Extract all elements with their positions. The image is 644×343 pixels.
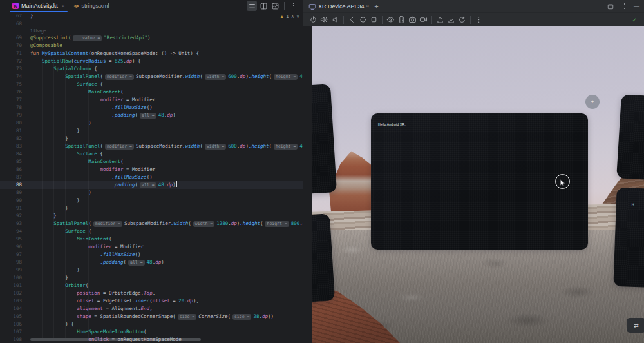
eye-button[interactable] [385,14,396,25]
code-line[interactable]: 80 ) [0,119,303,127]
divider [284,2,285,10]
spatial-panel-left-top[interactable] [312,84,337,194]
code-line[interactable]: 106 ) { [0,320,303,328]
code-line[interactable]: 73 SpatialColumn { [0,65,303,73]
emulator-display[interactable]: Hello Android XR. H + ⇄ [312,26,644,343]
code-line[interactable]: 82 } [0,135,303,142]
code-line[interactable]: 75 Surface { [0,81,303,88]
code-line[interactable]: 86 modifier = Modifier [0,166,303,173]
line-number: 98 [0,259,30,266]
divider [431,16,432,24]
code-line[interactable]: 88 .padding(all =48.dp) [0,181,303,189]
home-button[interactable] [357,14,368,25]
code-line[interactable]: 78 .fillMaxSize() [0,104,303,112]
inlay-hint: ...value = [73,35,102,41]
spatial-panel-right-bottom[interactable]: H [613,188,644,288]
code-line[interactable]: 74 SpatialPanel(modifier =SubspaceModifi… [0,73,303,81]
add-device-button[interactable]: + [374,3,378,10]
tab-mainactivity[interactable]: K MainActivity.kt × [8,0,70,12]
code-line[interactable]: 95 MainContent( [0,235,303,243]
code-line[interactable]: 79 .padding(all =48.dp) [0,112,303,119]
line-number: 107 [0,328,30,336]
code-line[interactable]: 94 Surface { [0,228,303,235]
editor-tab-bar: K MainActivity.kt × </> strings.xml [0,0,303,12]
design-view-button[interactable] [270,1,280,11]
code-line[interactable]: 85 MainContent( [0,158,303,166]
code-line[interactable]: 99 ) [0,266,303,274]
line-number: 84 [0,150,30,158]
record-button[interactable] [418,14,429,25]
panel-options-button[interactable] [620,1,630,12]
code-line[interactable]: 68 [0,20,303,28]
code-line[interactable]: 77 modifier = Modifier [0,96,303,104]
tab-strings-xml[interactable]: </> strings.xml [70,0,114,12]
code-line[interactable]: 76 MainContent( [0,88,303,96]
code-line[interactable]: 101 Orbiter( [0,282,303,289]
device-toolbar: ✓ [303,12,644,26]
line-number: 72 [0,57,30,65]
divider [382,16,383,24]
power-button[interactable] [308,14,319,25]
line-number: 82 [0,135,30,142]
code-line[interactable]: 87 .fillMaxSize() [0,173,303,181]
code-line[interactable]: 93 SpatialPanel(modifier =SubspaceModifi… [0,220,303,228]
code-lines[interactable]: 67}681 Usage69@SuppressLint(...value ="R… [0,12,303,343]
close-icon[interactable]: × [62,3,65,9]
restore-window-button[interactable] [605,1,616,12]
reset-view-button[interactable]: ⇄ [627,318,644,333]
code-line[interactable]: 71fun MySpatialContent(onRequestHomeSpac… [0,50,303,57]
code-line[interactable]: 92 } [0,212,303,220]
code-line[interactable]: 104 alignment = Alignment.End, [0,305,303,313]
line-number: 70 [0,42,30,50]
inlay-hint: width = [193,221,214,227]
volume-down-button[interactable] [330,14,341,25]
reset-button[interactable] [457,14,468,25]
more-options-button[interactable] [289,1,299,11]
code-line[interactable]: 67} [0,12,303,20]
code-line[interactable]: 83 SpatialPanel(modifier =SubspaceModifi… [0,142,303,150]
horizontal-scrollbar[interactable] [30,338,201,341]
volume-up-button[interactable] [319,14,330,25]
code-view-button[interactable] [247,1,257,11]
usage-hint[interactable]: 1 Usage [0,28,303,34]
code-line[interactable]: 97 .fillMaxSize() [0,251,303,259]
code-view-icon [248,2,256,10]
camera-button[interactable] [407,14,418,25]
next-issue-icon[interactable]: ∨ [296,14,299,19]
code-line[interactable]: 91 } [0,204,303,212]
code-line[interactable]: 103 offset = EdgeOffset.inner(offset = 2… [0,297,303,305]
close-icon[interactable]: × [366,3,370,9]
split-view-button[interactable] [258,1,269,11]
code-line[interactable]: 107 HomeSpaceModeIconButton( [0,328,303,336]
line-number: 90 [0,197,30,204]
hide-panel-button[interactable]: — [634,3,639,10]
code-line[interactable]: 70@Composable [0,42,303,50]
code-line[interactable]: 84 Surface { [0,150,303,158]
code-line[interactable]: 89 ) [0,189,303,197]
inspections-widget[interactable]: ▲ 1 ∧ ∨ [279,14,299,19]
running-devices-panel: XR Device API 34 × + — ✓ Hello Android X… [303,0,644,343]
overview-button[interactable] [368,14,379,25]
line-number: 86 [0,166,30,173]
code-line[interactable]: 98 .padding(all =48.dp) [0,259,303,266]
code-line[interactable]: 96 modifier = Modifier [0,243,303,251]
device-settings-button[interactable] [396,14,407,25]
code-line[interactable]: 102 position = OrbiterEdge.Top, [0,289,303,297]
code-line[interactable]: 90 } [0,197,303,204]
more-vertical-button[interactable] [473,14,484,25]
code-line[interactable]: 72 SpatialRow(curveRadius = 825.dp) { [0,57,303,65]
prev-issue-icon[interactable]: ∧ [291,14,294,19]
download-button[interactable] [446,14,457,25]
device-tab-label[interactable]: XR Device API 34 [318,3,365,10]
code-line[interactable]: 69@SuppressLint(...value ="RestrictedApi… [0,34,303,42]
line-number: 99 [0,266,30,274]
panel-handle-button[interactable]: + [585,95,600,109]
code-line[interactable]: 100 } [0,274,303,282]
code-line[interactable]: 81 } [0,127,303,135]
inlay-hint: width = [205,144,226,150]
spatial-panel-right-top[interactable] [616,94,644,181]
back-button[interactable] [346,14,357,25]
upload-button[interactable] [435,14,446,25]
divider [470,16,471,24]
code-line[interactable]: 105 shape = SpatialRoundedCornerShape(si… [0,313,303,320]
